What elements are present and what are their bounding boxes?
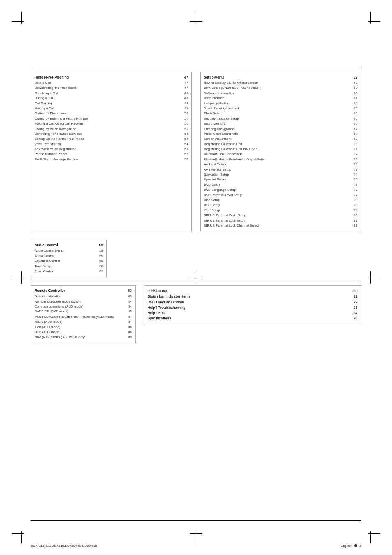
toc-entry-page: 87: [125, 319, 132, 324]
toc-entry-label: Setup Memory: [204, 121, 350, 126]
toc-entry-label: Disc Setup: [204, 198, 350, 203]
toc-entry-row: USB (AUD mode)88: [35, 330, 132, 335]
toc-entry-label: Common operations (AUD mode): [35, 304, 125, 309]
crop-mark: [196, 531, 196, 543]
toc-entry-label: USB (AUD mode): [35, 330, 125, 335]
top-rule: [31, 67, 361, 67]
toc-entry-row: DVD Language Codes92: [148, 300, 357, 305]
toc-entry-page: 50: [181, 111, 188, 116]
toc-entry-row: Making a Call Using Call Records51: [35, 121, 188, 126]
toc-section-title: Remote Controller 83: [35, 289, 132, 293]
toc-entry-row: Radio (AUD mode)87: [35, 319, 132, 324]
footer-language: English: [341, 544, 351, 548]
footer-right: English 3: [341, 544, 361, 548]
toc-entry-page: 78: [350, 198, 357, 203]
toc-entry-label: Making a Call Using Call Records: [35, 121, 181, 126]
toc-entry-page: 79: [350, 203, 357, 208]
mid-right-spacer: [115, 240, 361, 277]
toc-entry-page: 65: [350, 111, 357, 116]
toc-entry-row: USB Setup79: [204, 203, 357, 208]
toc-entries: Initial Setup90Status bar Indicator item…: [148, 289, 357, 321]
toc-entry-row: Equalizer Control60: [35, 259, 103, 264]
toc-entry-label: DVD Parental Level Setup: [204, 193, 350, 198]
toc-entry-page: 91: [350, 294, 357, 299]
toc-entry-row: Touch Panel Adjustment65: [204, 106, 357, 111]
toc-box-audio-control: Audio Control 59 Audio Control Menu59Aud…: [31, 240, 107, 277]
toc-entry-label: SIRIUS Parental Lock Setup: [204, 218, 350, 223]
top-section: Hands-Free Phoning 47 Before Use47Downlo…: [31, 72, 361, 231]
toc-entry-page: 47: [181, 86, 188, 90]
toc-entry-row: DVD Setup76: [204, 183, 357, 187]
toc-entry-page: 49: [181, 106, 188, 111]
toc-section-title: Hands-Free Phoning 47: [35, 75, 188, 79]
toc-entry-row: Audio Control59: [35, 254, 103, 259]
toc-entry-label: Tone Setup: [35, 264, 96, 269]
toc-entry-page: 52: [181, 132, 188, 136]
toc-entry-label: Key Word Voice Registration: [35, 147, 181, 152]
footer: DDX SERIES DDX616/DDX6046BT/DDX516 Engli…: [31, 544, 361, 548]
toc-entry-page: 48: [181, 91, 188, 96]
toc-entry-row: Voice Registration54: [35, 142, 188, 147]
toc-entry-row: Security Indicator Setup66: [204, 116, 357, 121]
bottom-left: Remote Controller 83 Battery installatio…: [31, 285, 136, 343]
toc-entry-page: 89: [125, 335, 132, 340]
toc-entry-page: 48: [181, 101, 188, 106]
toc-entry-label: During a Call: [35, 96, 181, 101]
toc-entry-page: 51: [181, 121, 188, 126]
toc-entry-row: Zone Control61: [35, 269, 103, 274]
toc-entry-label: DivX Setup (DNX6460BT/DDX6046BT): [204, 86, 350, 90]
toc-entry-page: 73: [350, 162, 357, 167]
toc-entry-page: 74: [350, 172, 357, 177]
toc-entry-label: Phone Number Preset: [35, 152, 181, 157]
toc-title-page: 47: [184, 75, 188, 79]
toc-entry-page: 48: [181, 96, 188, 101]
toc-entry-page: 81: [350, 223, 357, 228]
toc-entry-label: Bluetooth Hands-Free/Audio Output Setup: [204, 157, 350, 162]
toc-entry-label: Before Use: [35, 81, 181, 86]
crop-mark: [370, 531, 371, 543]
toc-entry-label: Battery installation: [35, 294, 125, 299]
toc-entry-row: Entering Background67: [204, 127, 357, 132]
crop-mark: [12, 21, 24, 22]
toc-entry-page: 47: [181, 81, 188, 86]
toc-entry-row: Audio Control Menu59: [35, 248, 103, 253]
toc-title-page: 83: [128, 289, 132, 293]
toc-entry-label: Help? Error: [148, 310, 350, 316]
toc-entry-row: SIRIUS Parental Code Setup80: [204, 213, 357, 218]
toc-entry-label: iPod (AUD mode): [35, 325, 125, 330]
toc-entry-row: Downloading the Phonebook47: [35, 86, 188, 90]
toc-entry-page: 61: [96, 269, 103, 274]
bottom-section: Remote Controller 83 Battery installatio…: [31, 285, 361, 343]
footer-dot: [354, 544, 357, 547]
toc-entry-page: 64: [350, 101, 357, 106]
toc-entry-label: Language Setting: [204, 101, 350, 106]
toc-entry-row: Phone Number Preset56: [35, 152, 188, 157]
toc-entry-row: Music CD/Audio file/Video file/ Picture …: [35, 314, 132, 319]
toc-entry-page: 84: [125, 304, 132, 309]
toc-entry-page: 87: [125, 314, 132, 319]
toc-entry-row: Clock Setup65: [204, 111, 357, 116]
toc-entry-row: Setup Memory66: [204, 121, 357, 126]
toc-title-label: Setup Menu: [204, 75, 224, 79]
toc-entry-page: 66: [350, 116, 357, 121]
toc-entry-label: SIRIUS Parental Code Setup: [204, 213, 350, 218]
toc-entry-row: Disc Setup78: [204, 198, 357, 203]
toc-entry-page: 63: [350, 86, 357, 90]
toc-entry-row: AV Input Setup73: [204, 162, 357, 167]
toc-entry-row: Calling by Phonebook50: [35, 111, 188, 116]
toc-entry-page: 51: [181, 127, 188, 132]
toc-entry-row: Calling by Entering a Phone Number50: [35, 116, 188, 121]
toc-entry-row: Speaker Setup75: [204, 177, 357, 182]
toc-entries: Battery installation83Remote Controller …: [35, 294, 132, 340]
toc-entry-label: Initial Setup: [148, 289, 350, 294]
toc-title-label: Audio Control: [35, 243, 58, 247]
footer-series: DDX SERIES DDX616/DDX6046BT/DDX516: [31, 544, 97, 548]
toc-entry-page: 57: [181, 157, 188, 162]
toc-entry-row: Panel Color Coordinate68: [204, 132, 357, 136]
toc-entries: Before Use47Downloading the Phonebook47R…: [35, 81, 188, 162]
bottom-rule: [31, 520, 361, 521]
toc-entry-label: Clock Setup: [204, 111, 350, 116]
toc-entry-page: 69: [350, 136, 357, 141]
toc-entry-label: Bluetooth Unit Connection: [204, 152, 350, 157]
toc-entry-page: 50: [181, 116, 188, 121]
